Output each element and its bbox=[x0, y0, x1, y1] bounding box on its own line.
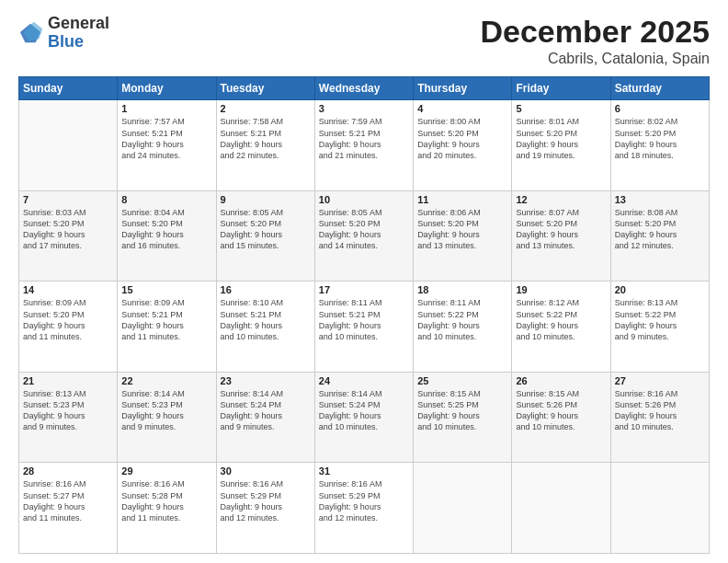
calendar-cell bbox=[19, 100, 118, 191]
day-number: 24 bbox=[319, 375, 409, 386]
calendar-cell: 3Sunrise: 7:59 AMSunset: 5:21 PMDaylight… bbox=[314, 100, 413, 191]
calendar-header-tuesday: Tuesday bbox=[216, 77, 314, 100]
day-info: Sunrise: 8:16 AMSunset: 5:29 PMDaylight:… bbox=[221, 478, 311, 523]
day-info: Sunrise: 8:10 AMSunset: 5:21 PMDaylight:… bbox=[221, 297, 311, 342]
calendar-cell: 19Sunrise: 8:12 AMSunset: 5:22 PMDayligh… bbox=[512, 282, 610, 373]
day-number: 9 bbox=[221, 194, 311, 205]
day-info: Sunrise: 8:13 AMSunset: 5:23 PMDaylight:… bbox=[23, 388, 113, 433]
day-info: Sunrise: 8:12 AMSunset: 5:22 PMDaylight:… bbox=[516, 297, 606, 342]
calendar-header-wednesday: Wednesday bbox=[314, 77, 413, 100]
day-number: 13 bbox=[615, 194, 705, 205]
day-number: 10 bbox=[319, 194, 409, 205]
calendar-cell: 31Sunrise: 8:16 AMSunset: 5:29 PMDayligh… bbox=[314, 463, 413, 554]
calendar-header-monday: Monday bbox=[118, 77, 216, 100]
day-number: 2 bbox=[221, 103, 311, 114]
calendar-cell: 2Sunrise: 7:58 AMSunset: 5:21 PMDaylight… bbox=[216, 100, 314, 191]
calendar-header-friday: Friday bbox=[512, 77, 610, 100]
week-row-5: 28Sunrise: 8:16 AMSunset: 5:27 PMDayligh… bbox=[19, 463, 710, 554]
month-title: December 2025 bbox=[480, 15, 710, 49]
day-number: 15 bbox=[121, 284, 211, 295]
week-row-1: 1Sunrise: 7:57 AMSunset: 5:21 PMDaylight… bbox=[19, 100, 710, 191]
calendar-cell: 12Sunrise: 8:07 AMSunset: 5:20 PMDayligh… bbox=[512, 190, 610, 282]
day-number: 1 bbox=[121, 103, 211, 114]
day-info: Sunrise: 8:13 AMSunset: 5:22 PMDaylight:… bbox=[615, 297, 705, 342]
calendar-cell: 22Sunrise: 8:14 AMSunset: 5:23 PMDayligh… bbox=[118, 372, 216, 463]
day-info: Sunrise: 8:02 AMSunset: 5:20 PMDaylight:… bbox=[615, 116, 705, 161]
day-number: 14 bbox=[23, 284, 113, 295]
day-number: 28 bbox=[23, 465, 113, 477]
calendar-cell: 8Sunrise: 8:04 AMSunset: 5:20 PMDaylight… bbox=[118, 190, 216, 282]
logo: General Blue bbox=[18, 15, 109, 52]
calendar-cell: 10Sunrise: 8:05 AMSunset: 5:20 PMDayligh… bbox=[314, 190, 413, 282]
day-number: 7 bbox=[23, 194, 113, 205]
calendar-cell: 23Sunrise: 8:14 AMSunset: 5:24 PMDayligh… bbox=[216, 372, 314, 463]
day-number: 26 bbox=[516, 375, 606, 386]
day-info: Sunrise: 8:11 AMSunset: 5:22 PMDaylight:… bbox=[417, 297, 507, 342]
day-number: 6 bbox=[615, 103, 705, 114]
day-info: Sunrise: 8:07 AMSunset: 5:20 PMDaylight:… bbox=[516, 207, 606, 252]
day-number: 25 bbox=[417, 375, 507, 386]
day-info: Sunrise: 8:16 AMSunset: 5:27 PMDaylight:… bbox=[23, 478, 113, 523]
day-number: 19 bbox=[516, 284, 606, 295]
calendar-cell: 25Sunrise: 8:15 AMSunset: 5:25 PMDayligh… bbox=[414, 372, 512, 463]
calendar-cell: 29Sunrise: 8:16 AMSunset: 5:28 PMDayligh… bbox=[118, 463, 216, 554]
calendar-cell: 30Sunrise: 8:16 AMSunset: 5:29 PMDayligh… bbox=[216, 463, 314, 554]
page: General Blue December 2025 Cabrils, Cata… bbox=[0, 0, 728, 563]
calendar-cell: 24Sunrise: 8:14 AMSunset: 5:24 PMDayligh… bbox=[314, 372, 413, 463]
day-info: Sunrise: 8:08 AMSunset: 5:20 PMDaylight:… bbox=[615, 207, 705, 252]
calendar-cell: 5Sunrise: 8:01 AMSunset: 5:20 PMDaylight… bbox=[512, 100, 610, 191]
day-number: 21 bbox=[23, 375, 113, 386]
header: General Blue December 2025 Cabrils, Cata… bbox=[18, 15, 710, 67]
calendar-header-sunday: Sunday bbox=[19, 77, 118, 100]
calendar-cell: 4Sunrise: 8:00 AMSunset: 5:20 PMDaylight… bbox=[414, 100, 512, 191]
calendar-header-saturday: Saturday bbox=[610, 77, 709, 100]
day-number: 4 bbox=[417, 103, 507, 114]
day-number: 5 bbox=[516, 103, 606, 114]
calendar-cell: 1Sunrise: 7:57 AMSunset: 5:21 PMDaylight… bbox=[118, 100, 216, 191]
day-info: Sunrise: 8:15 AMSunset: 5:25 PMDaylight:… bbox=[417, 388, 507, 433]
day-info: Sunrise: 8:15 AMSunset: 5:26 PMDaylight:… bbox=[516, 388, 606, 433]
calendar-cell bbox=[512, 463, 610, 554]
day-number: 12 bbox=[516, 194, 606, 205]
day-number: 27 bbox=[615, 375, 705, 386]
day-number: 3 bbox=[319, 103, 409, 114]
day-info: Sunrise: 7:58 AMSunset: 5:21 PMDaylight:… bbox=[221, 116, 311, 161]
calendar-cell: 18Sunrise: 8:11 AMSunset: 5:22 PMDayligh… bbox=[414, 282, 512, 373]
calendar-cell: 27Sunrise: 8:16 AMSunset: 5:26 PMDayligh… bbox=[610, 372, 709, 463]
day-number: 18 bbox=[417, 284, 507, 295]
logo-text: General Blue bbox=[48, 15, 109, 52]
day-number: 29 bbox=[121, 465, 211, 477]
week-row-2: 7Sunrise: 8:03 AMSunset: 5:20 PMDaylight… bbox=[19, 190, 710, 282]
calendar-cell: 9Sunrise: 8:05 AMSunset: 5:20 PMDaylight… bbox=[216, 190, 314, 282]
day-number: 23 bbox=[221, 375, 311, 386]
day-info: Sunrise: 8:09 AMSunset: 5:21 PMDaylight:… bbox=[121, 297, 211, 342]
day-info: Sunrise: 8:16 AMSunset: 5:29 PMDaylight:… bbox=[319, 478, 409, 523]
calendar-header-thursday: Thursday bbox=[414, 77, 512, 100]
day-info: Sunrise: 8:16 AMSunset: 5:28 PMDaylight:… bbox=[121, 478, 211, 523]
calendar-cell: 20Sunrise: 8:13 AMSunset: 5:22 PMDayligh… bbox=[610, 282, 709, 373]
week-row-3: 14Sunrise: 8:09 AMSunset: 5:20 PMDayligh… bbox=[19, 282, 710, 373]
day-number: 22 bbox=[121, 375, 211, 386]
calendar-cell: 15Sunrise: 8:09 AMSunset: 5:21 PMDayligh… bbox=[118, 282, 216, 373]
day-info: Sunrise: 8:09 AMSunset: 5:20 PMDaylight:… bbox=[23, 297, 113, 342]
day-number: 31 bbox=[319, 465, 409, 477]
day-info: Sunrise: 8:00 AMSunset: 5:20 PMDaylight:… bbox=[417, 116, 507, 161]
location-title: Cabrils, Catalonia, Spain bbox=[480, 51, 710, 67]
calendar-cell: 17Sunrise: 8:11 AMSunset: 5:21 PMDayligh… bbox=[314, 282, 413, 373]
day-info: Sunrise: 8:03 AMSunset: 5:20 PMDaylight:… bbox=[23, 207, 113, 252]
day-info: Sunrise: 8:05 AMSunset: 5:20 PMDaylight:… bbox=[221, 207, 311, 252]
day-info: Sunrise: 7:59 AMSunset: 5:21 PMDaylight:… bbox=[319, 116, 409, 161]
calendar-cell bbox=[414, 463, 512, 554]
day-info: Sunrise: 8:14 AMSunset: 5:23 PMDaylight:… bbox=[121, 388, 211, 433]
day-info: Sunrise: 8:11 AMSunset: 5:21 PMDaylight:… bbox=[319, 297, 409, 342]
day-number: 8 bbox=[121, 194, 211, 205]
calendar-cell: 21Sunrise: 8:13 AMSunset: 5:23 PMDayligh… bbox=[19, 372, 118, 463]
day-number: 16 bbox=[221, 284, 311, 295]
day-info: Sunrise: 7:57 AMSunset: 5:21 PMDaylight:… bbox=[121, 116, 211, 161]
day-info: Sunrise: 8:16 AMSunset: 5:26 PMDaylight:… bbox=[615, 388, 705, 433]
calendar-cell bbox=[610, 463, 709, 554]
day-number: 20 bbox=[615, 284, 705, 295]
calendar-cell: 6Sunrise: 8:02 AMSunset: 5:20 PMDaylight… bbox=[610, 100, 709, 191]
day-number: 17 bbox=[319, 284, 409, 295]
logo-icon bbox=[18, 20, 44, 46]
